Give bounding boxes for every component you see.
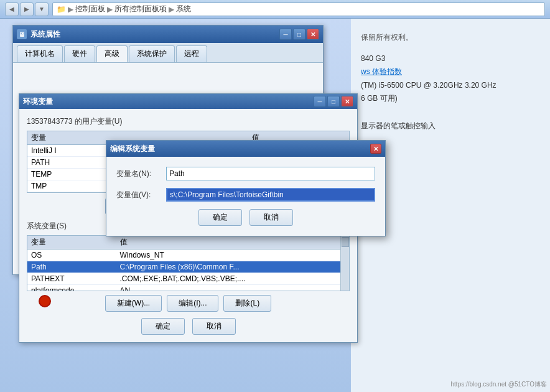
- dialog-close-button[interactable]: ✕: [370, 144, 381, 154]
- ram-info: 6 GB 可用): [361, 92, 540, 106]
- address-bar[interactable]: 📁 ▶ 控制面板 ▶ 所有控制面板项 ▶ 系统: [52, 2, 545, 16]
- env-vars-titlebar: 环境变量 ─ □ ✕: [19, 94, 357, 109]
- sys-btn-row: 新建(W)... 编辑(I)... 删除(L): [27, 295, 350, 312]
- system-info: 保留所有权利。 840 G3 ws 体验指数 (TM) i5-6500 CPU …: [361, 31, 540, 133]
- titlebar-controls: ─ □ ✕: [279, 29, 319, 40]
- indicator-circle: [39, 295, 51, 307]
- row-var: platformcode: [27, 285, 116, 292]
- minimize-button[interactable]: ─: [279, 29, 292, 40]
- folder-icon: 📁: [57, 5, 66, 14]
- var-name-input[interactable]: [166, 167, 375, 180]
- user-vars-label: 13537843773 的用户变量(U): [27, 116, 350, 127]
- var-value-input[interactable]: [166, 188, 375, 202]
- tab-system-protection[interactable]: 系统保护: [129, 45, 175, 62]
- env-ok-button[interactable]: 确定: [141, 318, 185, 335]
- address-part-2: 所有控制面板项: [114, 4, 167, 14]
- env-vars-title: 环境变量: [23, 96, 53, 107]
- row-var: Path: [27, 261, 116, 273]
- tabs-bar: 计算机名 硬件 高级 系统保护 远程: [13, 43, 323, 63]
- taskbar: ◀ ▶ ▼ 📁 ▶ 控制面板 ▶ 所有控制面板项 ▶ 系统: [0, 0, 550, 19]
- sys-new-button[interactable]: 新建(W)...: [105, 295, 162, 312]
- back-button[interactable]: ◀: [5, 2, 19, 16]
- scrollbar[interactable]: [340, 236, 349, 291]
- env-close-btn[interactable]: ✕: [341, 96, 353, 107]
- table-row[interactable]: OS Windows_NT: [27, 250, 349, 261]
- edit-dialog-title: 编辑系统变量: [110, 144, 155, 154]
- dialog-content: 变量名(N): 变量值(V): 确定 取消: [106, 157, 385, 236]
- main-area: 保留所有权利。 840 G3 ws 体验指数 (TM) i5-6500 CPU …: [0, 19, 550, 392]
- forward-button[interactable]: ▶: [20, 2, 34, 16]
- env-bottom-btns: 确定 取消: [27, 318, 350, 335]
- var-value-label: 变量值(V):: [116, 190, 166, 200]
- sys-vars-table: 变量 值 OS Windows_NT Path C:\Program Files…: [27, 236, 349, 291]
- title-icon: 🖥: [17, 29, 27, 39]
- row-val: AN: [116, 285, 350, 292]
- tab-computer-name[interactable]: 计算机名: [17, 45, 63, 62]
- copyright-text: 保留所有权利。: [361, 31, 540, 45]
- sys-props-titlebar: 🖥 系统属性 ─ □ ✕: [13, 26, 323, 43]
- computer-model: 840 G3: [361, 52, 540, 66]
- address-part-3: 系统: [176, 4, 191, 14]
- dialog-btn-row: 确定 取消: [116, 209, 375, 226]
- sys-props-title: 系统属性: [30, 29, 60, 40]
- table-row[interactable]: platformcode AN: [27, 285, 349, 292]
- sys-vars-table-container[interactable]: 变量 值 OS Windows_NT Path C:\Program Files…: [27, 235, 350, 291]
- edit-var-dialog: 编辑系统变量 ✕ 变量名(N): 变量值(V): 确定 取消: [106, 140, 386, 236]
- cpu-info: (TM) i5-6500 CPU @ 3.20GHz 3.20 GHz: [361, 79, 540, 93]
- sys-edit-button[interactable]: 编辑(I)...: [167, 295, 218, 312]
- input-info: 显示器的笔或触控输入: [361, 119, 540, 133]
- dialog-ok-button[interactable]: 确定: [198, 209, 242, 226]
- env-cancel-button[interactable]: 取消: [192, 318, 236, 335]
- sys-col-var: 变量: [27, 236, 116, 250]
- nav-buttons: ◀ ▶ ▼: [5, 2, 49, 16]
- tab-advanced[interactable]: 高级: [96, 45, 128, 62]
- var-name-label: 变量名(N):: [116, 169, 166, 179]
- table-row-selected[interactable]: Path C:\Program Files (x86)\Common F...: [27, 261, 349, 273]
- close-button[interactable]: ✕: [307, 29, 319, 40]
- row-var: OS: [27, 250, 116, 261]
- var-value-row: 变量值(V):: [116, 188, 375, 202]
- row-val: Windows_NT: [116, 250, 350, 261]
- edit-dialog-titlebar: 编辑系统变量 ✕: [106, 141, 385, 157]
- maximize-button[interactable]: □: [293, 29, 305, 40]
- env-minimize-btn[interactable]: ─: [314, 96, 326, 107]
- tab-hardware[interactable]: 硬件: [64, 45, 95, 62]
- table-row[interactable]: PATHEXT .COM;.EXE;.BAT;.CMD;.VBS;.VBE;..…: [27, 273, 349, 285]
- row-val: .COM;.EXE;.BAT;.CMD;.VBS;.VBE;....: [116, 273, 350, 285]
- scroll-thumb: [342, 237, 349, 247]
- sys-delete-button[interactable]: 删除(L): [223, 295, 271, 312]
- perf-link[interactable]: ws 体验指数: [361, 65, 540, 79]
- var-name-row: 变量名(N):: [116, 167, 375, 180]
- row-val: C:\Program Files (x86)\Common F...: [116, 261, 350, 273]
- watermark: https://blog.csdn.net @51CTO博客: [451, 380, 547, 389]
- dialog-cancel-button[interactable]: 取消: [249, 209, 293, 226]
- tab-remote[interactable]: 远程: [176, 45, 207, 62]
- sys-col-val: 值: [116, 236, 350, 250]
- dropdown-button[interactable]: ▼: [35, 2, 49, 16]
- env-maximize-btn[interactable]: □: [327, 96, 340, 107]
- address-part-1: 控制面板: [75, 4, 105, 14]
- row-var: PATHEXT: [27, 273, 116, 285]
